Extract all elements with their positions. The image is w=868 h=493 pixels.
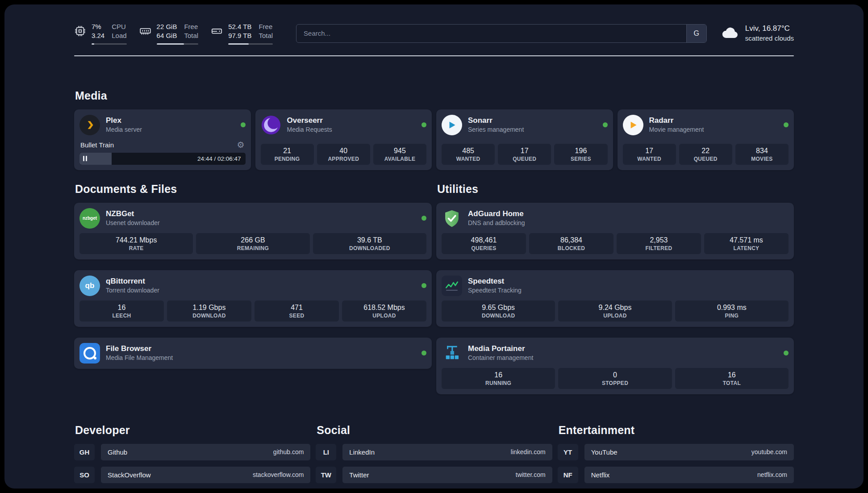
cpu-label: CPU <box>112 22 126 31</box>
search-engine-button[interactable]: G <box>686 25 706 42</box>
section-social: Social LI LinkedIn linkedin.com TW Twitt… <box>316 424 552 489</box>
app-card-speedtest[interactable]: Speedtest Speedtest Tracking 9.65 GbpsDO… <box>436 270 794 327</box>
disk-free-label: Free <box>259 22 273 31</box>
cpu-chip-icon <box>74 25 86 37</box>
link-twitter[interactable]: Twitter twitter.com <box>342 467 552 483</box>
section-title-developer: Developer <box>75 424 310 437</box>
link-abbr[interactable]: TW <box>316 467 336 483</box>
app-desc: Speedtest Tracking <box>468 286 522 294</box>
app-card-adguard[interactable]: AdGuard Home DNS and adblocking 498,461Q… <box>436 203 794 259</box>
app-name: Radarr <box>649 116 704 125</box>
search-bar: G <box>296 24 707 43</box>
app-desc: Series management <box>468 125 524 134</box>
link-abbr[interactable]: YT <box>558 444 578 460</box>
link-row-netflix: NF Netflix netflix.com <box>558 467 794 483</box>
link-abbr[interactable]: SO <box>74 467 95 483</box>
cpu-percent: 7% <box>92 22 104 31</box>
nzbget-icon: nzbget <box>79 208 100 229</box>
dashboard-panel: 7% 3.24 CPU Load <box>4 4 864 489</box>
status-indicator <box>241 122 246 127</box>
search-input[interactable] <box>296 25 686 42</box>
link-netflix[interactable]: Netflix netflix.com <box>584 467 794 483</box>
app-card-sonarr[interactable]: Sonarr Series management 485WANTED 17QUE… <box>436 109 613 170</box>
status-indicator <box>421 122 426 127</box>
stat-tile: 266 GBREMAINING <box>196 233 309 254</box>
stat-tile: 16TOTAL <box>675 368 789 389</box>
link-row-youtube: YT YouTube youtube.com <box>558 444 794 460</box>
section-utilities: Utilities <box>436 183 794 394</box>
stat-tile: 86,384BLOCKED <box>529 233 613 254</box>
section-documents: Documents & Files nzbget NZBGet Usenet d… <box>74 183 432 394</box>
ram-widget: 22 GiB 64 GiB Free Total <box>139 22 199 45</box>
filebrowser-icon <box>79 343 100 363</box>
stat-tile: 40APPROVED <box>317 144 370 165</box>
stat-tile: 16RUNNING <box>442 368 555 389</box>
section-title-media: Media <box>75 89 794 102</box>
ram-total-value: 64 GiB <box>157 31 177 40</box>
link-github[interactable]: Github github.com <box>101 444 310 460</box>
stat-tile: 0STOPPED <box>558 368 672 389</box>
pause-button[interactable] <box>83 156 87 161</box>
playback-time: 24:44 / 02:06:47 <box>197 155 241 162</box>
section-entertainment: Entertainment YT YouTube youtube.com NF … <box>558 424 794 489</box>
app-card-plex[interactable]: Plex Media server Bullet Train ⚙ 24:44 /… <box>74 109 251 170</box>
gear-icon[interactable]: ⚙ <box>237 141 244 149</box>
overseerr-icon <box>261 115 281 135</box>
ram-free-value: 22 GiB <box>157 22 177 31</box>
app-card-overseerr[interactable]: Overseerr Media Requests 21PENDING 40APP… <box>255 109 432 170</box>
stat-tile: 744.21 MbpsRATE <box>79 233 193 254</box>
playback-progress-bar[interactable]: 24:44 / 02:06:47 <box>79 153 246 165</box>
stat-tile: 39.6 TBDOWNLOADED <box>313 233 426 254</box>
app-card-filebrowser[interactable]: File Browser Media File Management <box>74 338 432 369</box>
app-name: Sonarr <box>468 116 524 125</box>
now-playing-title: Bullet Train <box>80 141 114 149</box>
sonarr-icon <box>442 115 462 135</box>
stat-tile: 9.65 GbpsDOWNLOAD <box>442 301 555 322</box>
app-name: NZBGet <box>106 209 160 219</box>
app-desc: Movie management <box>649 125 704 134</box>
stat-tile: 21PENDING <box>261 144 314 165</box>
portainer-crane-icon <box>442 343 462 363</box>
link-row-stackoverflow: SO StackOverflow stackoverflow.com <box>74 467 310 483</box>
link-row-github: GH Github github.com <box>74 444 310 460</box>
stat-tile: 1.19 GbpsDOWNLOAD <box>167 301 251 322</box>
link-stackoverflow[interactable]: StackOverflow stackoverflow.com <box>101 467 310 483</box>
memory-icon <box>139 25 151 37</box>
plex-icon <box>79 115 100 135</box>
link-abbr[interactable]: GH <box>74 444 95 460</box>
app-name: qBittorrent <box>106 276 159 286</box>
app-name: Overseerr <box>287 116 332 125</box>
app-card-nzbget[interactable]: nzbget NZBGet Usenet downloader 744.21 M… <box>74 203 432 259</box>
stat-tile: 16LEECH <box>79 301 164 322</box>
app-card-qbittorrent[interactable]: qb qBittorrent Torrent downloader 16LEEC… <box>74 270 432 327</box>
app-card-radarr[interactable]: Radarr Movie management 17WANTED 22QUEUE… <box>618 109 794 170</box>
link-abbr[interactable]: NF <box>558 467 578 483</box>
speedtest-graph-icon <box>442 276 462 296</box>
links-area: Developer GH Github github.com SO StackO… <box>74 424 794 489</box>
stat-tile: 618.52 MbpsUPLOAD <box>342 301 426 322</box>
stat-tile: 17QUEUED <box>498 144 551 165</box>
section-title-entertainment: Entertainment <box>559 424 794 437</box>
stat-tile: 498,461QUERIES <box>442 233 526 254</box>
status-indicator <box>421 283 426 288</box>
link-youtube[interactable]: YouTube youtube.com <box>584 444 794 460</box>
cpu-usage-bar <box>92 43 127 45</box>
app-card-portainer[interactable]: Media Portainer Container management 16R… <box>436 338 794 394</box>
hard-drive-icon <box>211 25 223 37</box>
stat-tile: 9.24 GbpsUPLOAD <box>558 301 672 322</box>
status-indicator <box>784 122 789 127</box>
stat-tile: 471SEED <box>255 301 339 322</box>
header-divider <box>74 55 794 56</box>
app-name: Media Portainer <box>468 344 533 354</box>
link-row-twitter: TW Twitter twitter.com <box>316 467 552 483</box>
section-title-social: Social <box>317 424 552 437</box>
link-abbr[interactable]: LI <box>316 444 336 460</box>
stat-tile: 47.571 msLATENCY <box>704 233 789 254</box>
disk-widget: 52.4 TB 97.9 TB Free Total <box>211 22 273 45</box>
weather-condition: scattered clouds <box>745 34 794 43</box>
top-bar: 7% 3.24 CPU Load <box>74 4 794 45</box>
link-linkedin[interactable]: LinkedIn linkedin.com <box>342 444 552 460</box>
stat-tile: 22QUEUED <box>679 144 732 165</box>
section-developer: Developer GH Github github.com SO StackO… <box>74 424 310 489</box>
status-indicator <box>421 351 426 355</box>
